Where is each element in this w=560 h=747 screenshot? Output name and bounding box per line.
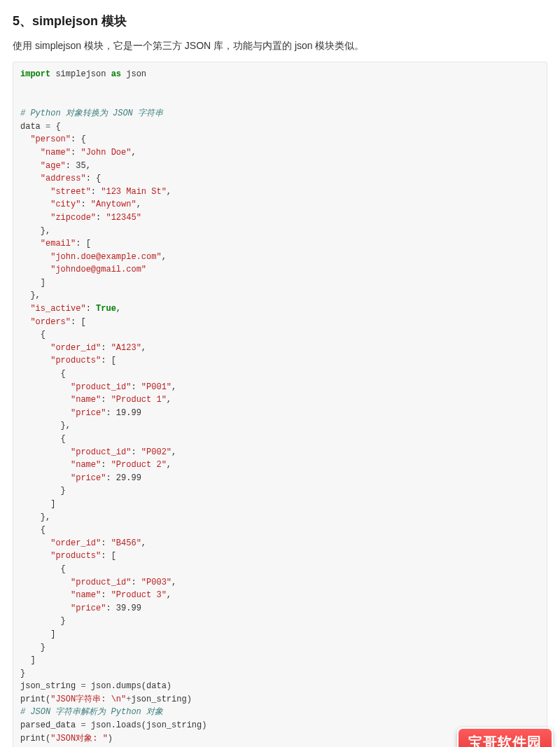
code-block: import simplejson as json # Python 对象转换为… <box>13 62 547 747</box>
article-content: 5、simplejson 模块 使用 simplejson 模块，它是一个第三方… <box>0 0 560 747</box>
watermark-badge: 宝哥软件园 <box>457 727 553 747</box>
section-heading: 5、simplejson 模块 <box>13 13 547 29</box>
section-description: 使用 simplejson 模块，它是一个第三方 JSON 库，功能与内置的 j… <box>13 38 547 53</box>
